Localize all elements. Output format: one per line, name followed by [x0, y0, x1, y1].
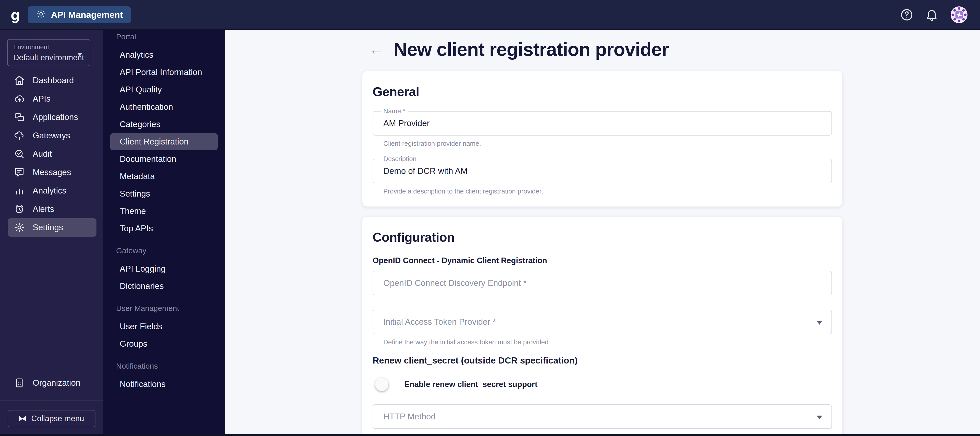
- cloud-gateway-icon: [14, 130, 25, 141]
- subnav-item-user-fields[interactable]: User Fields: [103, 318, 225, 335]
- name-field-helper: Client registration provider name.: [383, 140, 832, 148]
- oidc-dcr-heading: OpenID Connect - Dynamic Client Registra…: [372, 256, 832, 265]
- environment-selector[interactable]: Environment Default environment: [7, 39, 90, 66]
- user-avatar[interactable]: [950, 6, 968, 24]
- description-field-value: Demo of DCR with AM: [383, 166, 468, 176]
- subnav-item-categories[interactable]: Categories: [103, 116, 225, 133]
- home-icon: [14, 75, 25, 86]
- subnav-item-documentation[interactable]: Documentation: [103, 150, 225, 168]
- message-icon: [14, 167, 25, 178]
- app-shell: Environment Default environment Dashboar…: [0, 30, 980, 436]
- main-content: ← New client registration provider Gener…: [225, 30, 980, 436]
- gear-icon: [36, 9, 46, 21]
- topbar-actions: [900, 6, 968, 24]
- sidebar-item-label: Dashboard: [33, 76, 74, 85]
- subnav-item-client-registration[interactable]: Client Registration: [110, 133, 218, 150]
- sidebar-item-analytics[interactable]: Analytics: [0, 181, 103, 200]
- subnav-item-theme[interactable]: Theme: [103, 202, 225, 220]
- subnav-section-notifications: Notifications: [116, 362, 225, 371]
- configuration-card-title: Configuration: [372, 230, 832, 245]
- subnav-item-api-quality[interactable]: API Quality: [103, 81, 225, 98]
- dropdown-caret-icon: [817, 321, 822, 325]
- http-method-select[interactable]: HTTP Method: [372, 404, 832, 429]
- name-field[interactable]: Name * AM Provider: [372, 111, 832, 135]
- renew-toggle-row: Enable renew client_secret support: [372, 378, 832, 391]
- discovery-endpoint-placeholder: OpenID Connect Discovery Endpoint *: [383, 278, 527, 288]
- primary-sidebar: Environment Default environment Dashboar…: [0, 30, 103, 436]
- page-title: New client registration provider: [393, 38, 669, 60]
- subnav-item-authentication[interactable]: Authentication: [103, 98, 225, 116]
- sidebar-item-gateways[interactable]: Gateways: [0, 126, 103, 145]
- initial-access-token-provider-placeholder: Initial Access Token Provider *: [383, 317, 496, 327]
- initial-access-token-provider-select[interactable]: Initial Access Token Provider *: [372, 310, 832, 334]
- discovery-endpoint-field[interactable]: OpenID Connect Discovery Endpoint *: [372, 271, 832, 295]
- subnav-item-settings[interactable]: Settings: [103, 185, 225, 202]
- sidebar-footer: Organization Collapse menu: [0, 374, 103, 436]
- description-field[interactable]: Description Demo of DCR with AM: [372, 159, 832, 183]
- sidebar-item-label: Organization: [33, 378, 80, 388]
- renew-toggle-label: Enable renew client_secret support: [404, 380, 538, 389]
- sidebar-item-label: Alerts: [33, 204, 54, 214]
- renew-client-secret-heading: Renew client_secret (outside DCR specifi…: [372, 355, 832, 366]
- sidebar-item-dashboard[interactable]: Dashboard: [0, 71, 103, 90]
- sidebar-item-label: Applications: [33, 112, 78, 122]
- gravitee-logo: g: [11, 7, 20, 22]
- alarm-clock-icon: [14, 204, 25, 215]
- initial-access-token-provider-helper: Define the way the initial access token …: [383, 338, 832, 346]
- gear-icon: [14, 222, 25, 233]
- collapse-menu-button[interactable]: Collapse menu: [8, 410, 95, 427]
- sidebar-item-organization[interactable]: Organization: [0, 374, 103, 392]
- subnav-section-portal: Portal: [116, 32, 225, 41]
- help-circle-icon[interactable]: [900, 8, 914, 22]
- viewport-cutoff-strip: [0, 434, 980, 436]
- cloud-upload-icon: [14, 93, 25, 104]
- sidebar-item-applications[interactable]: Applications: [0, 108, 103, 126]
- sidebar-item-apis[interactable]: APIs: [0, 90, 103, 108]
- subnav-item-api-portal-information[interactable]: API Portal Information: [103, 64, 225, 81]
- api-management-label: API Management: [51, 10, 123, 20]
- sidebar-item-label: APIs: [33, 94, 51, 103]
- chevron-down-icon: [77, 53, 83, 56]
- page-header: ← New client registration provider: [363, 38, 842, 61]
- bell-icon[interactable]: [925, 8, 939, 22]
- sidebar-nav: Dashboard APIs Applications: [0, 71, 103, 237]
- sidebar-item-label: Settings: [33, 223, 63, 232]
- subnav-item-notifications[interactable]: Notifications: [103, 376, 225, 393]
- renew-client-secret-toggle[interactable]: [376, 380, 396, 388]
- subnav-item-top-apis[interactable]: Top APIs: [103, 220, 225, 237]
- subnav-item-dictionaries[interactable]: Dictionaries: [103, 277, 225, 295]
- sidebar-item-messages[interactable]: Messages: [0, 163, 103, 181]
- api-management-button[interactable]: API Management: [28, 6, 131, 23]
- sidebar-item-label: Messages: [33, 167, 71, 177]
- audit-search-icon: [14, 148, 25, 159]
- environment-label: Environment: [13, 43, 84, 51]
- subnav-item-groups[interactable]: Groups: [103, 335, 225, 353]
- bar-chart-icon: [14, 185, 25, 196]
- subnav-item-api-logging[interactable]: API Logging: [103, 260, 225, 277]
- dropdown-caret-icon: [817, 415, 822, 419]
- sidebar-item-alerts[interactable]: Alerts: [0, 200, 103, 218]
- sidebar-item-label: Gateways: [33, 131, 70, 140]
- sidebar-item-audit[interactable]: Audit: [0, 145, 103, 163]
- subnav-item-analytics[interactable]: Analytics: [103, 46, 225, 64]
- settings-subnav: Portal Analytics API Portal Information …: [103, 30, 225, 436]
- description-field-label: Description: [381, 155, 419, 163]
- back-arrow-icon[interactable]: ←: [369, 42, 384, 57]
- organization-icon: [14, 377, 25, 388]
- subnav-item-metadata[interactable]: Metadata: [103, 168, 225, 185]
- topbar: g API Management: [0, 0, 980, 30]
- applications-icon: [14, 111, 25, 123]
- configuration-card: Configuration OpenID Connect - Dynamic C…: [363, 217, 842, 436]
- sidebar-item-label: Analytics: [33, 186, 66, 196]
- general-card-title: General: [372, 84, 832, 99]
- sidebar-item-settings[interactable]: Settings: [8, 218, 97, 237]
- collapse-icon: [19, 416, 26, 421]
- general-card: General Name * AM Provider Client regist…: [363, 71, 842, 207]
- name-field-value: AM Provider: [383, 118, 430, 128]
- sidebar-divider: [0, 401, 103, 401]
- sidebar-item-label: Audit: [33, 149, 52, 159]
- http-method-placeholder: HTTP Method: [383, 412, 436, 422]
- subnav-section-gateway: Gateway: [116, 246, 225, 255]
- subnav-section-user-management: User Management: [116, 304, 225, 313]
- environment-value: Default environment: [13, 53, 84, 62]
